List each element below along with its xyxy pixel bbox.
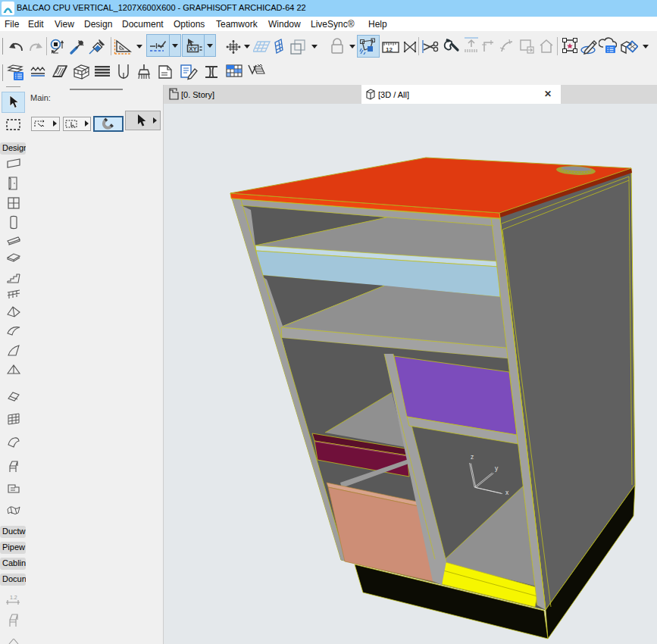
- svg-text:XY: XY: [189, 45, 197, 52]
- svg-text:z: z: [471, 453, 474, 461]
- svg-text:1.2: 1.2: [10, 595, 17, 600]
- svg-text:12: 12: [386, 46, 393, 53]
